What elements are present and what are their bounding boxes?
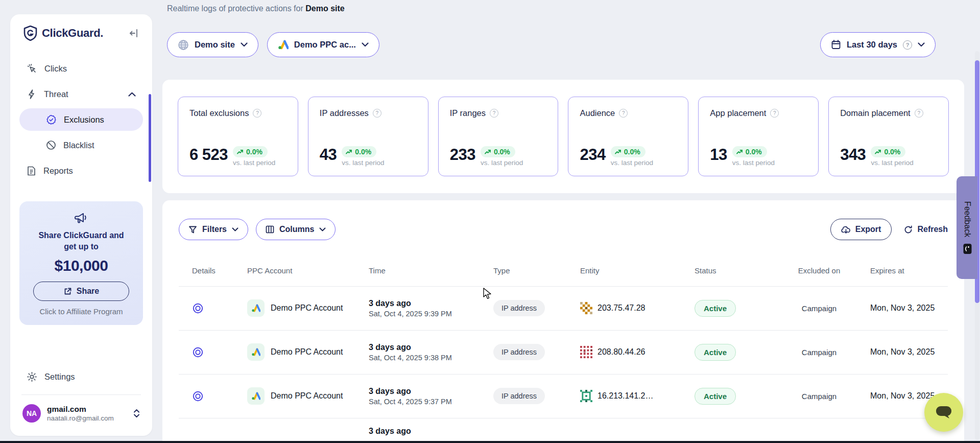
subtitle-site-name: Demo site xyxy=(305,4,344,13)
stat-label: App placement xyxy=(710,108,766,118)
stat-value: 233 xyxy=(450,146,475,164)
avatar: NA xyxy=(22,404,41,423)
chat-launcher-button[interactable] xyxy=(924,393,963,432)
filters-dropdown[interactable]: Filters xyxy=(179,219,248,240)
export-label: Export xyxy=(855,225,881,234)
col-header-entity[interactable]: Entity xyxy=(580,266,695,275)
status-cell: Active xyxy=(695,300,781,317)
help-circle-icon[interactable]: ? xyxy=(770,109,779,118)
ppc-account-name: Demo PPC Account xyxy=(271,304,343,313)
type-badge: IP address xyxy=(493,344,545,360)
col-header-expires-at[interactable]: Expires at xyxy=(857,266,948,275)
trend-badge: 0.0% xyxy=(732,146,767,157)
status-badge: Active xyxy=(695,344,736,361)
entity-cell: 16.213.141.2… xyxy=(580,390,695,402)
globe-icon xyxy=(178,39,189,51)
row-details-button[interactable] xyxy=(179,302,247,314)
refresh-icon xyxy=(904,225,913,234)
help-circle-icon[interactable]: ? xyxy=(915,109,923,118)
help-circle-icon[interactable]: ? xyxy=(903,40,912,50)
date-range-dropdown[interactable]: Last 30 days ? xyxy=(820,32,936,57)
window-edge-strip xyxy=(0,441,980,443)
google-ads-icon xyxy=(278,40,289,50)
selector-row: Demo site Demo PPC ac... xyxy=(167,32,379,57)
sidebar-item-clicks[interactable]: Clicks xyxy=(19,57,143,80)
expires-at-cell: Mon, Nov 3, 2025 xyxy=(857,304,948,313)
help-circle-icon[interactable]: ? xyxy=(253,109,261,118)
sidebar-item-label: Reports xyxy=(43,166,73,176)
trend-value: 0.0% xyxy=(355,148,371,156)
sidebar-scrollbar-thumb[interactable] xyxy=(149,94,151,182)
columns-dropdown[interactable]: Columns xyxy=(256,219,336,240)
stat-value: 13 xyxy=(710,146,727,164)
col-header-details[interactable]: Details xyxy=(179,266,247,275)
ppc-account-cell: Demo PPC Account xyxy=(247,343,369,361)
share-button[interactable]: Share xyxy=(33,282,129,301)
chevron-up-icon[interactable] xyxy=(128,92,136,97)
trend-badge: 0.0% xyxy=(611,146,646,157)
status-badge: Active xyxy=(695,300,736,317)
type-cell: IP address xyxy=(493,388,580,404)
stat-label: IP addresses xyxy=(320,108,369,118)
refresh-button[interactable]: Refresh xyxy=(904,225,948,234)
sidebar-item-exclusions[interactable]: Exclusions xyxy=(19,108,143,131)
brand-header: ClickGuard. xyxy=(19,26,143,41)
col-header-type[interactable]: Type xyxy=(493,266,580,275)
trend-badge: 0.0% xyxy=(481,146,515,157)
table-row-partial: 3 days ago xyxy=(179,418,948,436)
chevron-down-icon xyxy=(362,42,369,47)
account-switcher[interactable]: NA gmail.com naatali.ro@gmail.com xyxy=(19,402,143,428)
help-circle-icon[interactable]: ? xyxy=(490,109,498,118)
subtitle-text: Realtime logs of protective actions for xyxy=(167,4,305,13)
help-circle-icon[interactable]: ? xyxy=(373,109,381,118)
table-row: Demo PPC Account 3 days ago Sat, Oct 4, … xyxy=(179,331,948,375)
sidebar-item-settings[interactable]: Settings xyxy=(19,366,143,387)
help-circle-icon[interactable]: ? xyxy=(619,109,628,118)
sidebar-collapse-icon[interactable] xyxy=(129,28,139,38)
affiliate-link[interactable]: Click to Affiliate Program xyxy=(27,307,136,316)
chevron-down-icon xyxy=(241,42,248,47)
sidebar-item-threat[interactable]: Threat xyxy=(19,83,143,105)
trend-value: 0.0% xyxy=(494,148,510,156)
trend-caption: vs. last period xyxy=(342,159,384,167)
trend-up-icon xyxy=(485,149,491,154)
calendar-icon xyxy=(831,39,841,50)
feedback-tab[interactable]: Feedback xyxy=(957,176,977,279)
ppc-account-cell: Demo PPC Account xyxy=(247,299,369,317)
row-details-button[interactable] xyxy=(179,390,247,402)
sidebar-item-blacklist[interactable]: Blacklist xyxy=(19,134,143,156)
trend-up-icon xyxy=(736,149,743,154)
page-subtitle: Realtime logs of protective actions for … xyxy=(167,4,345,13)
export-button[interactable]: Export xyxy=(830,219,892,240)
col-header-excluded-on[interactable]: Excluded on xyxy=(791,266,847,276)
trend-value: 0.0% xyxy=(884,148,900,156)
prohibit-icon xyxy=(46,140,56,150)
gear-icon xyxy=(27,371,37,382)
stat-card-ip-addresses: IP addresses? 43 0.0% vs. last period xyxy=(308,97,428,176)
col-header-ppc-account[interactable]: PPC Account xyxy=(247,266,369,275)
user-email: naatali.ro@gmail.com xyxy=(47,414,127,422)
col-header-status[interactable]: Status xyxy=(695,266,781,275)
stat-card-total-exclusions: Total exclusions? 6 523 0.0% vs. last pe… xyxy=(178,97,298,176)
row-details-button[interactable] xyxy=(179,346,247,358)
cursor-click-icon xyxy=(27,63,37,74)
sidebar-item-reports[interactable]: Reports xyxy=(19,159,143,182)
ppc-account-selector-dropdown[interactable]: Demo PPC ac... xyxy=(267,32,379,57)
col-header-time[interactable]: Time xyxy=(369,266,493,275)
trend-badge: 0.0% xyxy=(871,146,905,157)
stat-value: 43 xyxy=(320,146,337,164)
stat-value: 343 xyxy=(840,146,866,164)
lightning-icon xyxy=(27,89,37,100)
share-button-label: Share xyxy=(77,287,99,296)
type-badge: IP address xyxy=(493,388,545,404)
stat-value: 6 523 xyxy=(189,146,228,164)
trend-up-icon xyxy=(346,149,352,154)
google-ads-icon xyxy=(247,387,265,405)
trend-caption: vs. last period xyxy=(871,159,913,167)
type-badge: IP address xyxy=(493,300,545,316)
site-selector-dropdown[interactable]: Demo site xyxy=(167,32,258,57)
stat-card-app-placement: App placement? 13 0.0% vs. last period xyxy=(698,97,819,176)
funnel-icon xyxy=(188,225,197,234)
excluded-on-cell: Campaign xyxy=(781,304,857,313)
time-absolute: Sat, Oct 4, 2025 9:38 PM xyxy=(369,354,493,362)
